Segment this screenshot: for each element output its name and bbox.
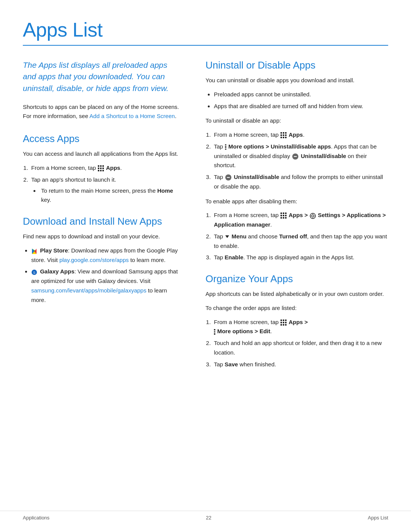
svg-point-6 [310,213,315,219]
section-access-apps: Access Apps You can access and launch al… [23,133,183,205]
uninstall-circle-icon-u2 [292,153,298,160]
more-options-icon-u2 [225,144,226,150]
svg-point-7 [312,215,314,217]
uninstall-bullet-2: Apps that are disabled are turned off an… [214,102,388,111]
access-apps-intro: You can access and launch all applicatio… [23,149,183,159]
menu-label-e2: Menu [232,233,247,240]
access-apps-steps: From a Home screen, tap Apps. Tap an app… [30,163,183,205]
enable-label-step3: Enable [225,254,243,260]
save-label: Save [225,361,238,367]
more-options-label-u2: More options > Uninstall/disable apps [228,143,331,150]
enable-step-1: From a Home screen, tap Apps > [212,211,388,230]
apps-label-e1: Apps > [288,212,307,218]
apps-label-o1: Apps > [288,319,307,325]
page-title: Apps List [23,18,388,41]
uninstall-steps: From a Home screen, tap Apps. Tap [212,130,388,192]
download-install-list: Play Store: Download new apps from the G… [31,246,183,305]
uninstall-bullets: Preloaded apps cannot be uninstalled. Ap… [214,90,388,111]
svg-text:S: S [33,271,35,275]
organize-step-3: Tap Save when finished. [212,360,388,369]
apps-grid-icon [98,165,104,171]
uninstall-step-2: Tap More options > Uninstall/disable app… [212,142,388,170]
footer-center: 22 [206,515,211,521]
access-apps-substeps: To return to the main Home screen, press… [40,186,183,205]
footer-left: Applications [23,515,49,521]
menu-arrow-icon-e2 [225,235,229,238]
organize-step-1: From a Home screen, tap Apps > More opti… [212,318,388,337]
galaxy-apps-item: S Galaxy Apps: View and download Samsung… [31,267,183,305]
more-options-edit-label: More options > Edit [217,328,271,334]
uninstall-bullet-1: Preloaded apps cannot be uninstalled. [214,90,388,99]
footer: Applications 22 Apps List [0,511,411,521]
more-options-icon-o1 [214,329,215,335]
download-install-title: Download and Install New Apps [23,216,183,227]
uninstall-disable-label-u3: Uninstall/disable [234,174,279,180]
uninstall-circle-icon-u3 [225,174,231,181]
uninstall-label: To uninstall or disable an app: [206,116,388,126]
shortcuts-link[interactable]: Add a Shortcut to a Home Screen [89,113,175,119]
galaxy-apps-link[interactable]: samsung.com/levant/apps/mobile/galaxyapp… [31,287,147,294]
apps-label: Apps [106,165,120,171]
play-store-link[interactable]: play.google.com/store/apps [59,257,129,263]
left-column: The Apps list displays all preloaded app… [23,59,183,380]
organize-label: To change the order apps are listed: [206,304,388,313]
play-store-icon [31,248,37,254]
uninstall-step-3: Tap Uninstall/disable and follow the pro… [212,173,388,192]
turned-off-label: Turned off [279,233,307,240]
galaxy-apps-label: Galaxy Apps [40,268,74,275]
download-install-intro: Find new apps to download and install on… [23,232,183,241]
section-organize: Organize Your Apps App shortcuts can be … [206,273,388,369]
uninstall-title: Uninstall or Disable Apps [206,59,388,71]
uninstall-step-1: From a Home screen, tap Apps. [212,130,388,140]
title-divider [23,45,388,46]
enable-label: To enable apps after disabling them: [206,197,388,206]
right-column: Uninstall or Disable Apps You can uninst… [206,59,388,380]
apps-grid-icon-o1 [280,320,287,326]
apps-grid-icon-u1 [280,132,287,138]
enable-step-2: Tap Menu and choose Turned off, and then… [212,232,388,251]
access-apps-substep-1: To return to the main Home screen, press… [40,186,183,205]
play-store-label: Play Store [40,247,68,254]
uninstall-disable-label-u2: Uninstall/disable [301,153,346,159]
intro-content: The Apps list displays all preloaded app… [23,61,169,93]
organize-step-2: Touch and hold an app shortcut or folder… [212,339,388,358]
enable-steps: From a Home screen, tap Apps > [212,211,388,262]
intro-text: The Apps list displays all preloaded app… [23,59,183,94]
play-store-item: Play Store: Download new apps from the G… [31,246,183,265]
section-uninstall: Uninstall or Disable Apps You can uninst… [206,59,388,262]
access-apps-step-1: From a Home screen, tap Apps. [30,163,183,173]
organize-steps: From a Home screen, tap Apps > More opti… [212,318,388,369]
shortcuts-paragraph: Shortcuts to apps can be placed on any o… [23,102,183,121]
uninstall-intro: You can uninstall or disable apps you do… [206,76,388,85]
apps-grid-icon-e1 [280,212,287,219]
section-download-install: Download and Install New Apps Find new a… [23,216,183,305]
access-apps-title: Access Apps [23,133,183,145]
enable-step-3: Tap Enable. The app is displayed again i… [212,253,388,262]
apps-label-u1: Apps [288,131,303,138]
settings-icon-e1 [310,212,316,219]
organize-intro: App shortcuts can be listed alphabetical… [206,289,388,299]
footer-right: Apps List [368,515,388,521]
galaxy-apps-icon: S [31,269,37,275]
access-apps-step-2: Tap an app's shortcut to launch it. To r… [30,175,183,205]
organize-title: Organize Your Apps [206,273,388,285]
